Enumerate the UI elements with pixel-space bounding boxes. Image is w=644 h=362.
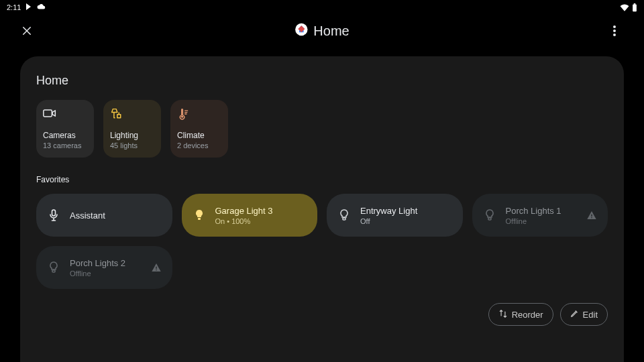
camera-icon — [43, 108, 87, 123]
svg-rect-6 — [44, 110, 52, 117]
home-logo-icon — [294, 23, 308, 39]
bulb-dim-icon — [483, 209, 496, 221]
category-sub: 2 devices — [177, 141, 221, 149]
category-label: Climate — [177, 131, 221, 140]
svg-rect-9 — [198, 218, 201, 220]
svg-rect-12 — [591, 215, 592, 217]
edit-button[interactable]: Edit — [560, 303, 608, 326]
battery-icon — [632, 3, 637, 12]
favorite-porch-lights-2[interactable]: Porch Lights 2 Offline — [36, 246, 172, 289]
edit-label: Edit — [583, 310, 598, 320]
favorite-garage-light-3[interactable]: Garage Light 3 On • 100% — [182, 194, 318, 237]
favorite-sub: Off — [360, 217, 417, 225]
app-header: Home — [0, 15, 644, 47]
favorite-title: Assistant — [70, 210, 105, 221]
favorite-porch-lights-1[interactable]: Porch Lights 1 Offline — [472, 194, 608, 237]
svg-rect-10 — [343, 218, 345, 220]
svg-point-7 — [181, 115, 183, 117]
categories-row: Cameras 13 cameras Lighting 45 lights Cl… — [36, 100, 608, 158]
favorite-entryway-light[interactable]: Entryway Light Off — [327, 194, 463, 237]
favorite-assistant[interactable]: Assistant — [36, 194, 172, 237]
favorites-heading: Favorites — [36, 175, 608, 184]
bulb-off-icon — [337, 209, 351, 221]
lamp-icon — [110, 108, 154, 123]
svg-rect-16 — [156, 269, 156, 270]
mic-icon — [47, 209, 60, 221]
wifi-icon — [620, 4, 629, 11]
close-button[interactable] — [19, 23, 35, 39]
svg-rect-15 — [156, 267, 156, 269]
category-label: Lighting — [110, 131, 154, 140]
panel-title: Home — [36, 74, 608, 88]
favorite-sub: Offline — [70, 269, 125, 278]
reorder-button[interactable]: Reorder — [488, 303, 553, 326]
category-cameras[interactable]: Cameras 13 cameras — [36, 100, 94, 158]
category-lighting[interactable]: Lighting 45 lights — [103, 100, 161, 158]
svg-rect-8 — [52, 210, 56, 216]
warning-icon — [586, 210, 597, 221]
status-time: 2:11 — [7, 3, 21, 11]
favorite-title: Porch Lights 2 — [70, 258, 125, 268]
svg-rect-0 — [633, 4, 637, 11]
category-climate[interactable]: Climate 2 devices — [170, 100, 228, 158]
category-label: Cameras — [43, 131, 87, 140]
app-title-text: Home — [313, 23, 349, 39]
favorites-grid: Assistant Garage Light 3 On • 100% Entry… — [36, 194, 608, 289]
play-store-icon — [25, 3, 33, 12]
thermostat-icon — [177, 108, 221, 123]
favorite-sub: On • 100% — [215, 217, 273, 225]
warning-icon — [151, 262, 162, 273]
kebab-icon — [613, 25, 616, 36]
favorite-title: Porch Lights 1 — [506, 206, 561, 216]
bulb-dim-icon — [47, 261, 60, 274]
controls-panel: Home Cameras 13 cameras Lighting 45 ligh… — [20, 56, 624, 362]
app-title: Home — [294, 23, 349, 39]
svg-point-4 — [613, 29, 616, 32]
favorite-title: Garage Light 3 — [215, 206, 273, 216]
svg-rect-11 — [488, 218, 491, 220]
favorite-title: Entryway Light — [360, 206, 417, 216]
bulb-on-icon — [193, 209, 206, 221]
category-sub: 13 cameras — [43, 141, 87, 149]
svg-point-3 — [613, 25, 616, 28]
svg-rect-14 — [52, 270, 55, 272]
overflow-menu-button[interactable] — [606, 23, 623, 39]
cloud-icon — [37, 3, 46, 12]
svg-rect-13 — [591, 217, 592, 218]
svg-rect-1 — [634, 3, 636, 5]
favorite-sub: Offline — [506, 217, 561, 225]
category-sub: 45 lights — [110, 141, 154, 149]
android-status-bar: 2:11 — [0, 0, 644, 15]
reorder-label: Reorder — [512, 310, 543, 320]
svg-point-5 — [613, 34, 616, 36]
panel-actions: Reorder Edit — [488, 303, 608, 326]
reorder-icon — [498, 309, 508, 320]
pencil-icon — [570, 309, 579, 320]
close-icon — [21, 25, 33, 37]
